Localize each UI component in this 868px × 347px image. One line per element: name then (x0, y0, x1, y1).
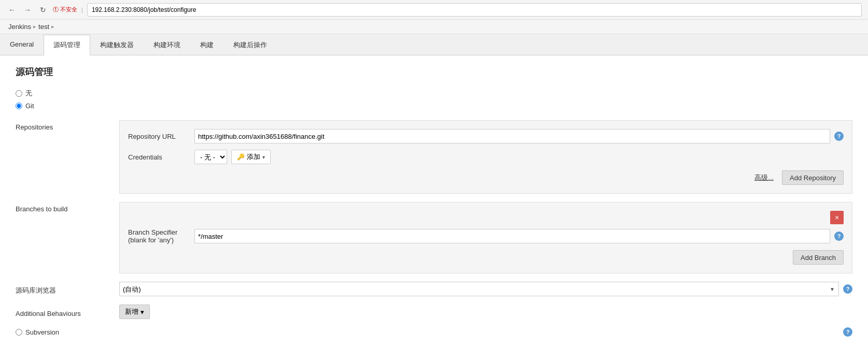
back-button[interactable]: ← (6, 4, 18, 16)
page-title: 源码管理 (16, 66, 852, 78)
credentials-add-button[interactable]: 🔑 添加 ▾ (231, 150, 271, 164)
breadcrumb: Jenkins ▸ test ▸ (0, 20, 868, 34)
main-content: General 源码管理 构建触发器 构建环境 构建 构建后操作 源码管理 无 … (0, 34, 868, 347)
source-browser-label: 源码库浏览器 (16, 283, 119, 295)
branches-box: × Branch Specifier (blank for 'any') ? A… (119, 202, 852, 273)
branch-specifier-input[interactable] (194, 229, 830, 243)
subversion-label[interactable]: Subversion (25, 328, 59, 336)
scm-git-label[interactable]: Git (25, 102, 34, 110)
scm-none-item: 无 (16, 89, 852, 98)
scm-radio-group: 无 Git (16, 89, 852, 110)
credentials-select[interactable]: - 无 - (194, 150, 227, 164)
source-browser-wrapper: (自动) (119, 282, 839, 296)
source-browser-select[interactable]: (自动) (119, 282, 839, 296)
breadcrumb-test[interactable]: test (38, 23, 49, 31)
security-warning: ① 不安全 (53, 6, 77, 13)
subversion-radio[interactable] (16, 329, 22, 336)
add-repository-button[interactable]: Add Repository (782, 170, 844, 185)
scm-git-radio[interactable] (16, 103, 22, 109)
breadcrumb-jenkins[interactable]: Jenkins (8, 23, 31, 31)
tab-bar: General 源码管理 构建触发器 构建环境 构建 构建后操作 (0, 34, 868, 55)
source-browser-help-icon[interactable]: ? (843, 284, 852, 294)
scm-git-item: Git (16, 102, 852, 110)
browser-bar: ← → ↻ ① 不安全 | (0, 0, 868, 20)
repositories-section: Repositories Repository URL ? Credential… (16, 120, 852, 194)
reload-button[interactable]: ↻ (37, 4, 49, 16)
breadcrumb-sep-2: ▸ (51, 23, 54, 30)
branches-section: Branches to build × Branch Specifier (bl… (16, 202, 852, 273)
source-browser-section: 源码库浏览器 (自动) ? (16, 282, 852, 296)
tab-source[interactable]: 源码管理 (44, 35, 90, 55)
repo-button-row: 高级... Add Repository (128, 170, 844, 185)
address-bar[interactable] (87, 3, 862, 17)
tab-triggers[interactable]: 构建触发器 (90, 35, 144, 55)
subversion-row: Subversion ? (16, 327, 852, 337)
add-label: 添加 (247, 152, 260, 162)
branch-specifier-row: Branch Specifier (blank for 'any') ? (128, 228, 844, 244)
repo-box: Repository URL ? Credentials - 无 - 🔑 添加 (119, 120, 852, 194)
delete-branch-button[interactable]: × (830, 211, 844, 224)
scm-none-label[interactable]: 无 (25, 89, 32, 98)
credentials-label: Credentials (128, 153, 190, 161)
new-behaviour-button[interactable]: 新增 ▾ (119, 305, 150, 319)
additional-behaviours-label: Additional Behaviours (16, 307, 119, 317)
credentials-row: Credentials - 无 - 🔑 添加 ▾ (128, 150, 844, 164)
scm-none-radio[interactable] (16, 90, 22, 97)
add-branch-button[interactable]: Add Branch (793, 250, 844, 265)
breadcrumb-sep-1: ▸ (33, 23, 36, 30)
page-body: 源码管理 无 Git Repositories Repository URL (0, 55, 868, 347)
tab-general[interactable]: General (0, 35, 44, 55)
repo-url-input[interactable] (194, 129, 830, 143)
tab-build[interactable]: 构建 (190, 35, 223, 55)
url-separator: | (81, 7, 83, 13)
new-caret-icon: ▾ (141, 308, 144, 316)
advanced-button[interactable]: 高级... (750, 170, 778, 185)
branches-label: Branches to build (16, 202, 119, 213)
branches-control: × Branch Specifier (blank for 'any') ? A… (119, 202, 852, 273)
subversion-help-icon[interactable]: ? (843, 327, 852, 337)
branch-specifier-label: Branch Specifier (blank for 'any') (128, 228, 190, 244)
additional-behaviours-section: Additional Behaviours 新增 ▾ (16, 305, 852, 319)
source-browser-control: (自动) ? (119, 282, 852, 296)
new-label: 新增 (125, 307, 138, 316)
add-caret-icon: ▾ (262, 154, 265, 160)
repo-url-help-icon[interactable]: ? (834, 132, 844, 141)
forward-button[interactable]: → (22, 4, 33, 16)
repositories-label: Repositories (16, 120, 119, 131)
branch-specifier-help-icon[interactable]: ? (834, 232, 844, 241)
tab-env[interactable]: 构建环境 (144, 35, 190, 55)
key-icon: 🔑 (237, 153, 245, 161)
repo-url-row: Repository URL ? (128, 129, 844, 143)
repo-url-label: Repository URL (128, 133, 190, 140)
additional-behaviours-control: 新增 ▾ (119, 305, 852, 319)
tab-post[interactable]: 构建后操作 (223, 35, 277, 55)
repositories-control: Repository URL ? Credentials - 无 - 🔑 添加 (119, 120, 852, 194)
branch-button-row: Add Branch (128, 250, 844, 265)
